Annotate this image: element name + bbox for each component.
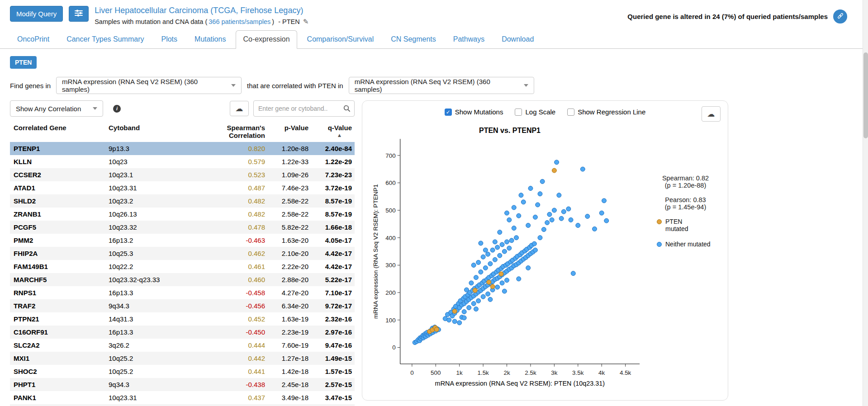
scatter-point — [528, 186, 533, 191]
altered-summary: Queried gene is altered in 24 (7%) of qu… — [627, 13, 828, 20]
tab-comparison-survival[interactable]: Comparison/Survival — [300, 30, 381, 49]
table-row[interactable]: FHIP2A10q25.30.4622.10e-204.42e-17 — [10, 247, 355, 260]
scatter-point — [533, 215, 537, 219]
table-row[interactable]: ALDOA16p11.2-0.4346.01e-185.41e-15 — [10, 404, 355, 406]
chevron-down-icon — [93, 107, 97, 110]
modify-query-button[interactable]: Modify Query — [10, 6, 63, 22]
svg-text:4.5k: 4.5k — [620, 369, 631, 376]
coexpression-table: Correlated Gene Cytoband Spearman's Corr… — [10, 122, 355, 406]
table-row[interactable]: MXI110q25.20.4421.27e-181.49e-15 — [10, 352, 355, 365]
scrollbar-thumb[interactable] — [863, 52, 868, 138]
checkbox-box[interactable] — [567, 109, 574, 116]
scatter-point — [505, 278, 509, 283]
column-header-p-value[interactable]: p-Value — [268, 122, 311, 142]
profile-x-select[interactable]: mRNA expression (RNA Seq V2 RSEM) (360 s… — [56, 77, 242, 94]
checkbox-box[interactable] — [515, 109, 522, 116]
table-row[interactable]: SHLD210q23.20.4822.58e-228.57e-19 — [10, 194, 355, 208]
table-row[interactable]: TRAF29q34.3-0.4566.34e-209.72e-17 — [10, 299, 355, 312]
tab-cancer-types-summary[interactable]: Cancer Types Summary — [59, 30, 151, 49]
tab-bar: OncoPrintCancer Types SummaryPlotsMutati… — [0, 28, 868, 49]
svg-text:500: 500 — [431, 369, 441, 376]
scatter-point — [473, 288, 477, 293]
scatter-point — [483, 266, 488, 270]
scatter-point — [495, 245, 500, 250]
tab-download[interactable]: Download — [494, 30, 541, 49]
table-download-button[interactable]: ☁ — [230, 101, 249, 116]
cloud-download-icon: ☁ — [236, 104, 243, 113]
legend-entry-pten-mutated: PTEN mutated — [657, 218, 721, 232]
scatter-svg[interactable]: 05001k1.5k2k2.5k3k3.5k4k4.5k010020030040… — [370, 135, 649, 390]
svg-text:600: 600 — [385, 179, 395, 186]
profile-y-select[interactable]: mRNA expression (RNA Seq V2 RSEM) (360 s… — [349, 77, 534, 94]
table-row[interactable]: PCGF510q23.320.4785.82e-221.66e-18 — [10, 221, 355, 234]
tab-cn-segments[interactable]: CN Segments — [384, 30, 443, 49]
vertical-scrollbar[interactable] — [863, 0, 868, 406]
tab-mutations[interactable]: Mutations — [187, 30, 233, 49]
scatter-point — [507, 246, 512, 250]
table-row[interactable]: KLLN10q230.5791.22e-331.22e-29 — [10, 155, 355, 168]
table-row[interactable]: FAM149B110q22.20.4612.22e-204.42e-17 — [10, 260, 355, 273]
checkbox-show-mutations[interactable]: ✓Show Mutations — [445, 108, 503, 116]
scatter-point — [486, 252, 490, 256]
plot-download-button[interactable]: ☁ — [702, 106, 721, 122]
scatter-point — [585, 214, 590, 219]
table-row[interactable]: PTENP19p13.30.8201.20e-882.40e-84 — [10, 142, 355, 155]
cloud-download-icon: ☁ — [707, 109, 715, 118]
share-link-button[interactable] — [833, 9, 847, 24]
scatter-point — [599, 211, 604, 215]
tab-pathways[interactable]: Pathways — [446, 30, 492, 49]
checkbox-show-regression-line[interactable]: Show Regression Line — [567, 108, 645, 116]
study-title-link[interactable]: Liver Hepatocellular Carcinoma (TCGA, Fi… — [95, 6, 308, 15]
scatter-point — [550, 217, 554, 222]
scatter-point — [471, 263, 476, 267]
scatter-point — [486, 292, 490, 296]
tab-plots[interactable]: Plots — [154, 30, 185, 49]
column-header-q-value[interactable]: q-Value ▲ — [311, 122, 355, 142]
table-row[interactable]: SHOC210q25.20.4411.42e-181.57e-15 — [10, 365, 355, 378]
column-header-cytoband[interactable]: Cytoband — [106, 122, 215, 142]
spearman-p: (p = 1.20e-88) — [650, 182, 721, 189]
top-bar: Modify Query Liver Hepatocellular Carcin… — [0, 0, 868, 28]
table-row[interactable]: PHPT19q34.3-0.4382.45e-182.57e-15 — [10, 378, 355, 391]
edit-genes-icon[interactable]: ✎ — [303, 18, 309, 26]
table-row[interactable]: C16ORF9116p13.3-0.4502.23e-192.97e-16 — [10, 326, 355, 339]
svg-text:mRNA expression (RNA Seq V2 RS: mRNA expression (RNA Seq V2 RSEM): PTEN … — [435, 380, 605, 387]
scatter-point — [498, 230, 502, 235]
checkbox-log-scale[interactable]: Log Scale — [515, 108, 555, 116]
query-settings-button[interactable] — [69, 6, 89, 22]
column-header-gene[interactable]: Correlated Gene — [10, 122, 106, 142]
column-header-correlation[interactable]: Spearman's Correlation — [215, 122, 268, 142]
tab-oncoprint[interactable]: OncoPrint — [10, 30, 57, 49]
table-row[interactable]: PANK110q23.310.4373.49e-183.47e-15 — [10, 391, 355, 404]
table-row[interactable]: MARCHF510q23.32-q23.330.4602.88e-205.22e… — [10, 273, 355, 286]
table-row[interactable]: SLC2A23q26.20.4447.60e-199.47e-16 — [10, 339, 355, 352]
table-row[interactable]: PMM216p13.2-0.4631.63e-204.05e-17 — [10, 234, 355, 247]
table-row[interactable]: CCSER210q23.10.5231.09e-267.23e-23 — [10, 168, 355, 181]
table-row[interactable]: PTPN2114q31.30.4521.63e-192.32e-16 — [10, 312, 355, 326]
scatter-point — [532, 241, 536, 246]
samples-count-link[interactable]: 366 patients/samples — [209, 18, 270, 25]
scatter-point — [479, 270, 483, 274]
scatter-point — [566, 207, 571, 211]
table-row[interactable]: ATAD110q23.310.4877.46e-233.72e-19 — [10, 181, 355, 194]
correlation-stats: Spearman: 0.82 (p = 1.20e-88) Pearson: 0… — [650, 175, 721, 211]
info-icon[interactable]: i — [113, 105, 121, 113]
tab-co-expression[interactable]: Co-expression — [236, 30, 297, 49]
scatter-point — [512, 205, 516, 210]
correlated-with-label: that are correlated with PTEN in — [247, 82, 343, 90]
legend-entry-neither-mutated: Neither mutated — [657, 241, 721, 248]
scatter-point — [541, 227, 546, 232]
plot-options: ✓Show MutationsLog ScaleShow Regression … — [370, 108, 721, 116]
table-row[interactable]: ZRANB110q26.130.4822.58e-228.57e-19 — [10, 208, 355, 221]
scatter-point — [434, 327, 439, 332]
correlation-filter-select[interactable]: Show Any Correlation — [10, 100, 103, 117]
checkbox-box[interactable]: ✓ — [445, 109, 452, 116]
gene-badge[interactable]: PTEN — [10, 56, 37, 69]
legend-dot — [657, 219, 662, 224]
gene-search-input[interactable] — [253, 100, 355, 117]
table-row[interactable]: RNPS116p13.3-0.4584.27e-207.10e-17 — [10, 286, 355, 299]
study-subtitle: Samples with mutation and CNA data (366 … — [95, 18, 308, 26]
chevron-down-icon — [231, 84, 236, 87]
scatter-point — [493, 240, 497, 244]
scatter-point — [526, 223, 531, 228]
